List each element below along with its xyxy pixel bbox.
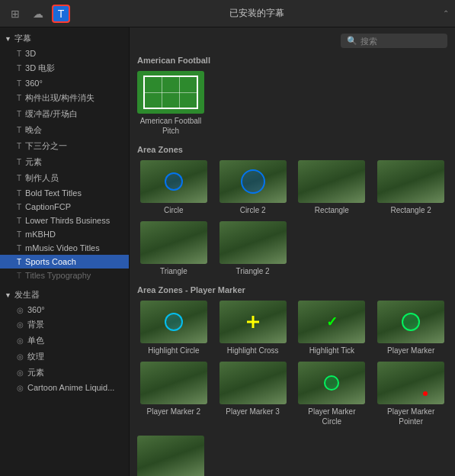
sidebar-item-label: Bold Text Titles	[25, 188, 82, 198]
sidebar-item-label: 360°	[25, 79, 43, 88]
sidebar-item-gen-bg[interactable]: ◎背景	[0, 317, 129, 333]
item-icon: T	[17, 258, 21, 266]
search-input[interactable]	[360, 37, 441, 46]
item-icon: T	[17, 110, 21, 118]
sidebar-item-label: 纹理	[27, 351, 44, 362]
thumb-label: Circle 2	[240, 205, 266, 215]
sidebar-item-label: 360°	[27, 305, 45, 314]
sidebar-item-bold-text[interactable]: TBold Text Titles	[0, 186, 129, 200]
sidebar-item-gen-cartoon[interactable]: ◎Cartoon Anime Liquid...	[0, 381, 129, 394]
sidebar-section-generators[interactable]: ▼ 发生器	[0, 287, 129, 303]
toolbar-icon-cloud[interactable]: ☁	[29, 5, 47, 23]
thumb-highlight-tick[interactable]: ✓ Highlight Tick	[296, 301, 369, 355]
category-player-marker: Area Zones - Player Marker	[137, 285, 447, 294]
last-player-marker-row: Player Marker	[137, 436, 447, 476]
sidebar-item-360[interactable]: T360°	[0, 76, 129, 90]
main-layout: ▼ 字幕 T3D T3D 电影 T360° T构件出现/构件消失 T缓冲器/开场…	[0, 27, 455, 476]
item-icon: T	[17, 126, 21, 134]
thumb-player-marker-pointer[interactable]: Player Marker Pointer	[374, 362, 447, 426]
sidebar-item-captionfcp[interactable]: TCaptionFCP	[0, 200, 129, 214]
thumb-label: Rectangle	[315, 205, 349, 215]
player-marker-pointer-overlay	[423, 391, 428, 396]
sidebar-item-label: CaptionFCP	[25, 202, 71, 211]
thumb-football-pitch[interactable]: American Football Pitch	[137, 71, 204, 136]
sidebar-item-sports-coach[interactable]: TSports Coach	[0, 255, 129, 269]
sidebar-item-label: 元素	[25, 156, 42, 168]
thumb-highlight-circle[interactable]: Highlight Circle	[137, 301, 210, 355]
circle-overlay	[165, 172, 183, 191]
toolbar: ⊞ ☁ T 已安装的字幕 ⌃	[0, 0, 455, 27]
american-football-grid: American Football Pitch	[137, 71, 447, 136]
thumb-label: American Football Pitch	[137, 116, 204, 136]
item-icon: ◎	[17, 352, 24, 361]
sidebar-item-mmusic[interactable]: TmMusic Video Titles	[0, 241, 129, 255]
sidebar-item-mkbhd[interactable]: TmKBHD	[0, 227, 129, 241]
thumb-circle2[interactable]: Circle 2	[216, 160, 290, 215]
sidebar-item-label: 制作人员	[25, 172, 59, 184]
player-marker-overlay	[402, 313, 420, 331]
item-icon: ◎	[17, 336, 24, 345]
sidebar-item-3d[interactable]: T3D	[0, 47, 129, 60]
sidebar-item-label: 元素	[27, 367, 44, 378]
generators-label: 发生器	[14, 289, 40, 301]
thumb-player-marker2[interactable]: Player Marker 2	[137, 362, 210, 426]
thumb-player-marker[interactable]: Player Marker	[374, 301, 447, 355]
thumb-label: Highlight Cross	[227, 346, 279, 355]
sidebar-item-party[interactable]: T晚会	[0, 122, 129, 138]
sidebar-item-gen-360[interactable]: ◎360°	[0, 303, 129, 317]
thumb-label: Player Marker 2	[147, 407, 201, 416]
sidebar-item-titles-typography[interactable]: TTitles Typography	[0, 269, 129, 282]
thumb-rectangle2[interactable]: Rectangle 2	[374, 160, 447, 215]
sidebar-item-buffer[interactable]: T缓冲器/开场白	[0, 106, 129, 122]
captions-arrow: ▼	[5, 35, 11, 43]
sidebar-item-label: 3D	[25, 49, 36, 58]
sidebar-item-label: Cartoon Anime Liquid...	[27, 383, 114, 392]
sidebar-item-gen-texture[interactable]: ◎纹理	[0, 349, 129, 365]
sidebar-item-lower-thirds-business[interactable]: TLower Thirds Business	[0, 214, 129, 227]
thumb-triangle2[interactable]: Triangle 2	[216, 221, 290, 276]
area-zones-grid: Circle Circle 2 Rectangle	[137, 160, 447, 276]
generators-arrow: ▼	[5, 291, 11, 299]
thumb-circle[interactable]: Circle	[137, 160, 210, 215]
item-icon: T	[17, 94, 21, 102]
sidebar-item-3d-movie[interactable]: T3D 电影	[0, 60, 129, 76]
thumb-player-marker-last[interactable]: Player Marker	[137, 436, 204, 476]
toolbar-icon-titles[interactable]: T	[52, 5, 70, 23]
sidebar-item-label: Sports Coach	[25, 257, 76, 266]
thumb-label: Player Marker Circle	[298, 407, 365, 426]
highlight-circle-overlay	[165, 313, 183, 331]
thumb-highlight-cross[interactable]: Highlight Cross	[216, 301, 290, 355]
highlight-tick-overlay: ✓	[326, 314, 338, 330]
sidebar-item-label: 3D 电影	[25, 63, 55, 74]
sidebar-item-label: Lower Thirds Business	[25, 216, 110, 225]
item-icon: ◎	[17, 384, 24, 392]
thumb-label: Highlight Tick	[309, 346, 354, 355]
sidebar-item-label: 晚会	[25, 124, 42, 136]
sidebar-item-lower-third[interactable]: T下三分之一	[0, 138, 129, 154]
sidebar-section-captions[interactable]: ▼ 字幕	[0, 31, 129, 47]
item-icon: T	[17, 174, 21, 182]
item-icon: T	[17, 217, 21, 225]
sidebar-item-label: 缓冲器/开场白	[25, 108, 78, 120]
thumb-player-marker3[interactable]: Player Marker 3	[216, 362, 290, 426]
thumb-triangle[interactable]: Triangle	[137, 221, 210, 276]
thumb-player-marker-circle[interactable]: Player Marker Circle	[296, 362, 369, 426]
sidebar-item-label: mMusic Video Titles	[25, 243, 100, 252]
toolbar-icon-grid[interactable]: ⊞	[6, 5, 24, 23]
thumb-rectangle[interactable]: Rectangle	[296, 160, 369, 215]
search-icon: 🔍	[347, 36, 357, 46]
thumb-label: Triangle	[160, 266, 187, 276]
search-input-wrap[interactable]: 🔍	[341, 34, 447, 48]
sidebar-item-gen-elements[interactable]: ◎元素	[0, 365, 129, 381]
sidebar-item-construct[interactable]: T构件出现/构件消失	[0, 90, 129, 106]
item-icon: T	[17, 50, 21, 58]
sidebar-item-label: Titles Typography	[25, 271, 91, 280]
content-area: 🔍 American Football American Football Pi…	[130, 27, 455, 476]
captions-label: 字幕	[14, 33, 31, 44]
toolbar-title: 已安装的字幕	[75, 7, 438, 20]
sidebar-item-gen-solid[interactable]: ◎单色	[0, 333, 129, 349]
item-icon: T	[17, 189, 21, 198]
sidebar-item-crew[interactable]: T制作人员	[0, 170, 129, 186]
thumb-label: Rectangle 2	[390, 205, 431, 215]
sidebar-item-elements[interactable]: T元素	[0, 154, 129, 170]
